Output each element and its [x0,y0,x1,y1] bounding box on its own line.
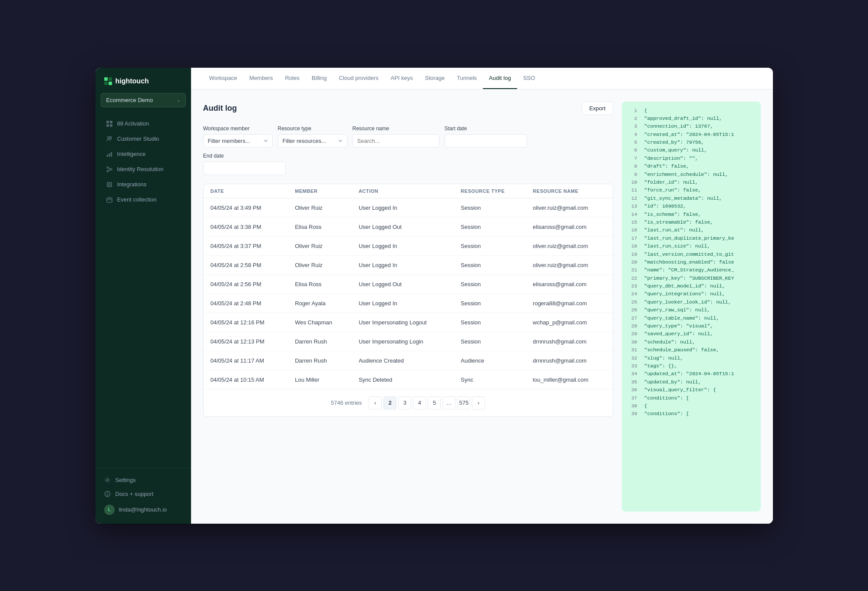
table-row[interactable]: 04/05/24 at 3:37 PM Oliver Ruiz User Log… [204,236,613,255]
end-date-label: End date [203,153,286,159]
workspace-member-select[interactable]: Filter members... [203,134,273,148]
tab-billing[interactable]: Billing [306,68,333,89]
svg-rect-1 [110,121,112,123]
line-content: "folder_id": null, [644,178,756,186]
page-5-button[interactable]: 5 [428,396,441,409]
tab-tunnels[interactable]: Tunnels [451,68,483,89]
table-row[interactable]: 04/05/24 at 12:16 PM Wes Chapman User Im… [204,313,613,332]
line-content: "created_at": "2024-04-05T15:1 [644,131,756,139]
svg-point-10 [107,170,109,172]
line-number: 8 [627,162,637,170]
sidebar-item-activation[interactable]: 88 Activation [99,116,188,131]
sidebar-item-label: Event collection [117,196,157,203]
table-row[interactable]: 04/05/24 at 11:17 AM Darren Rush Audienc… [204,351,613,370]
cell-date: 04/05/24 at 12:16 PM [204,313,288,332]
resource-type-select[interactable]: Filter resources... [278,134,347,148]
line-number: 24 [627,290,637,298]
code-line: 29 "saved_query_id": null, [622,330,761,338]
prev-page-button[interactable]: ‹ [369,396,382,409]
code-line: 36 "visual_query_filter": { [622,386,761,394]
sidebar-item-identity-resolution[interactable]: Identity Resolution [99,162,188,177]
tab-workspace[interactable]: Workspace [203,68,244,89]
tab-audit-log[interactable]: Audit log [483,68,517,89]
table-row[interactable]: 04/05/24 at 2:56 PM Elisa Ross User Logg… [204,274,613,294]
tab-members[interactable]: Members [243,68,279,89]
line-content: "query_table_name": null, [644,314,756,322]
line-content: "custom_query": null, [644,146,756,154]
logo-sq-2 [109,77,112,81]
code-line: 31 "schedule_paused": false, [622,346,761,354]
svg-rect-12 [107,198,112,202]
cell-action: User Logged In [352,294,454,313]
resource-name-input[interactable] [353,134,439,148]
table-row[interactable]: 04/05/24 at 10:15 AM Lou Miller Sync Del… [204,370,613,389]
user-profile[interactable]: L linda@hightouch.io [99,501,188,518]
next-page-button[interactable]: › [472,396,485,409]
cell-date: 04/05/24 at 2:58 PM [204,255,288,274]
line-content: "query_raw_sql": null, [644,306,756,314]
tab-roles[interactable]: Roles [279,68,305,89]
table-row[interactable]: 04/05/24 at 12:13 PM Darren Rush User Im… [204,332,613,351]
code-line: 18 "last_run_size": null, [622,242,761,250]
code-line: 27 "query_table_name": null, [622,314,761,322]
cell-date: 04/05/24 at 3:37 PM [204,236,288,255]
chevron-down-icon: ⌄ [177,98,180,102]
line-content: "created_by": 79756, [644,139,756,146]
code-content[interactable]: 1{2 "approved_draft_id": null,3 "connect… [622,102,761,512]
line-number: 26 [627,306,637,314]
left-panel: Audit log Export Workspace member Filter… [203,102,613,512]
cell-member: Darren Rush [288,332,352,351]
settings-icon [104,477,111,484]
svg-point-5 [110,136,112,138]
sidebar-item-integrations[interactable]: Integrations [99,177,188,192]
cell-action: User Logged Out [352,217,454,236]
table-row[interactable]: 04/05/24 at 3:38 PM Elisa Ross User Logg… [204,217,613,236]
line-number: 39 [627,410,637,418]
page-3-button[interactable]: 3 [398,396,411,409]
tab-sso[interactable]: SSO [517,68,541,89]
cell-resource-name: drnnrush@gmail.com [526,332,612,351]
tab-api-keys[interactable]: API keys [384,68,419,89]
sidebar-item-label: Identity Resolution [117,166,164,172]
sidebar-item-customer-studio[interactable]: Customer Studio [99,132,188,146]
line-number: 30 [627,338,637,346]
tab-storage[interactable]: Storage [419,68,451,89]
line-number: 18 [627,242,637,250]
resource-name-label: Resource name [353,125,439,132]
table-row[interactable]: 04/05/24 at 2:48 PM Roger Ayala User Log… [204,294,613,313]
line-number: 2 [627,115,637,122]
workspace-selector[interactable]: Ecommerce Demo ⌄ [101,93,186,107]
cell-action: User Logged Out [352,274,454,294]
code-line: 11 "force_run": false, [622,186,761,194]
code-line: 28 "query_type": "visual", [622,322,761,330]
settings-nav-item[interactable]: Settings [99,473,188,487]
tab-cloud-providers[interactable]: Cloud providers [333,68,384,89]
cell-action: User Impersonating Logout [352,313,454,332]
svg-rect-6 [107,155,108,157]
table-row[interactable]: 04/05/24 at 3:49 PM Oliver Ruiz User Log… [204,198,613,217]
cell-date: 04/05/24 at 3:49 PM [204,198,288,217]
sidebar-item-label: 88 Activation [117,120,149,127]
page-2-button[interactable]: 2 [383,396,396,409]
merge-icon [106,166,113,173]
line-number: 31 [627,346,637,354]
docs-nav-item[interactable]: Docs + support [99,487,188,501]
line-content: "updated_by": null, [644,378,756,386]
cell-resource-name: elisaross@gmail.com [526,274,612,294]
table-row[interactable]: 04/05/24 at 2:58 PM Oliver Ruiz User Log… [204,255,613,274]
page-4-button[interactable]: 4 [413,396,426,409]
app-window: hightouch Ecommerce Demo ⌄ 88 Activation [96,68,773,524]
code-line: 5 "created_by": 79756, [622,139,761,146]
sidebar-item-event-collection[interactable]: Event collection [99,192,188,207]
export-button[interactable]: Export [582,102,613,115]
grid-icon [106,120,113,127]
line-content: "draft": false, [644,162,756,170]
sidebar-item-intelligence[interactable]: Intelligence [99,147,188,162]
end-date-input[interactable]: 04/08/2024 [203,162,286,175]
code-line: 14 "is_schema": false, [622,211,761,218]
line-number: 20 [627,258,637,266]
start-date-input[interactable]: 01/01/2024 [445,134,527,148]
cell-member: Lou Miller [288,370,352,389]
line-number: 27 [627,314,637,322]
page-last-button[interactable]: 575 [457,396,470,409]
